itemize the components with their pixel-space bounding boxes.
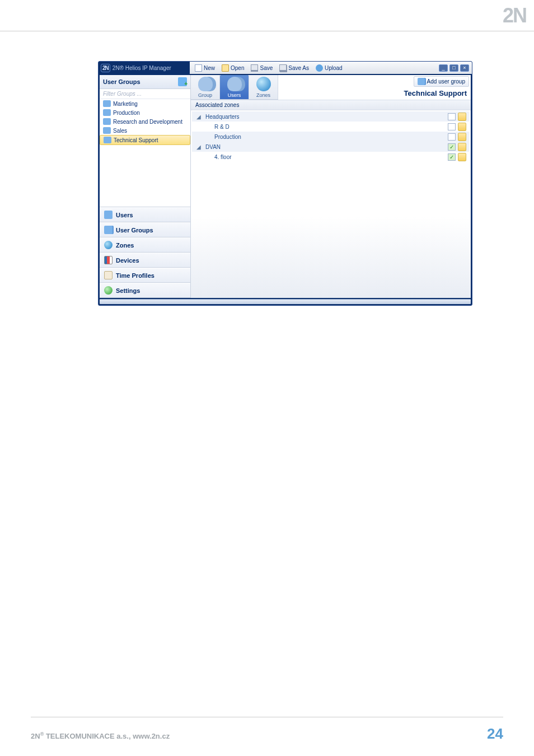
toolbar: New Open Save Save As Upload _ □ × <box>190 62 472 74</box>
content-body <box>191 163 471 298</box>
app-window: 2N 2N® Helios IP Manager New Open Save S… <box>98 61 472 306</box>
app-title-area: 2N 2N® Helios IP Manager <box>99 62 190 74</box>
edit-icon[interactable] <box>458 143 466 151</box>
sidebar-item-marketing[interactable]: Marketing <box>100 99 190 108</box>
zone-checkbox[interactable] <box>448 143 456 151</box>
zone-checkbox[interactable] <box>448 153 456 161</box>
zone-row-headquarters[interactable]: ◢ Headquarters <box>192 111 470 122</box>
nav-user-groups[interactable]: User Groups <box>100 222 190 237</box>
zone-row-dvan[interactable]: ◢ DVAN <box>192 142 470 152</box>
sidebar-item-sales[interactable]: Sales <box>100 126 190 135</box>
edit-icon[interactable] <box>458 133 466 141</box>
app-logo-icon: 2N <box>101 64 110 72</box>
settings-icon <box>104 286 113 295</box>
add-user-group-button[interactable]: Add user group <box>414 76 469 87</box>
tab-users[interactable]: Users <box>220 75 249 99</box>
group-tree: Marketing Production Research and Develo… <box>100 99 190 207</box>
folder-open-icon <box>222 64 229 72</box>
selected-group-title: Technical Support <box>400 89 469 97</box>
zone-list: ◢ Headquarters R & D Production <box>191 110 471 163</box>
open-button[interactable]: Open <box>220 64 246 72</box>
expand-caret-icon[interactable]: ◢ <box>196 114 202 120</box>
associated-zones-header: Associated zones <box>191 100 471 110</box>
upload-icon <box>316 64 323 72</box>
filter-groups-input[interactable]: Filter Groups ... <box>100 89 190 99</box>
sidebar-item-research-and-development[interactable]: Research and Development <box>100 117 190 126</box>
nav-users[interactable]: Users <box>100 207 190 222</box>
upload-button[interactable]: Upload <box>314 64 344 72</box>
nav-settings[interactable]: Settings <box>100 283 190 298</box>
floppy-save-icon <box>251 64 258 72</box>
content-area: Group Users Zones Add user group Technic… <box>191 75 471 298</box>
saveas-button[interactable]: Save As <box>278 64 311 72</box>
tab-group[interactable]: Group <box>191 75 220 99</box>
brand-logo: 2N <box>503 4 526 27</box>
zone-row-rd[interactable]: R & D <box>192 122 470 132</box>
minimize-button[interactable]: _ <box>439 64 448 72</box>
nav-sections: Users User Groups Zones Devices Time Pro… <box>100 207 190 298</box>
zones-icon <box>104 241 113 249</box>
edit-icon[interactable] <box>458 113 466 121</box>
user-icon <box>104 211 113 219</box>
users-large-icon <box>227 77 242 91</box>
devices-icon <box>104 256 113 264</box>
zone-checkbox[interactable] <box>448 123 456 130</box>
calendar-icon <box>104 271 113 279</box>
group-icon <box>103 109 111 116</box>
page-footer: 2N® TELEKOMUNIKACE a.s., www.2n.cz 24 <box>31 717 503 743</box>
edit-icon[interactable] <box>458 153 466 161</box>
new-file-icon <box>195 64 202 72</box>
status-bar <box>100 299 471 304</box>
zone-checkbox[interactable] <box>448 133 456 141</box>
edit-icon[interactable] <box>458 123 466 131</box>
group-icon <box>104 137 111 143</box>
group-icon <box>103 118 111 125</box>
save-button[interactable]: Save <box>249 64 274 72</box>
floppy-saveas-icon <box>279 64 287 72</box>
nav-time-profiles[interactable]: Time Profiles <box>100 268 190 283</box>
zone-checkbox[interactable] <box>448 113 456 120</box>
group-icon <box>103 100 111 107</box>
title-bar: 2N 2N® Helios IP Manager New Open Save S… <box>99 62 472 74</box>
window-controls: _ □ × <box>439 64 472 72</box>
content-tabs: Group Users Zones <box>191 75 278 100</box>
add-user-group-icon <box>418 78 425 85</box>
zones-large-icon <box>256 77 271 91</box>
maximize-button[interactable]: □ <box>449 64 458 72</box>
page-header: 2N <box>0 0 534 31</box>
page-number: 24 <box>487 725 503 743</box>
tab-zones[interactable]: Zones <box>249 75 278 99</box>
group-large-icon <box>198 77 213 91</box>
group-icon <box>103 127 111 134</box>
sidebar-item-technical-support[interactable]: Technical Support <box>100 135 190 145</box>
nav-devices[interactable]: Devices <box>100 253 190 268</box>
zone-row-4floor[interactable]: 4. floor <box>192 152 470 162</box>
zone-row-production[interactable]: Production <box>192 132 470 142</box>
sidebar: User Groups Filter Groups ... Marketing … <box>100 75 191 298</box>
sidebar-panel-title: User Groups <box>103 78 140 85</box>
add-group-icon[interactable] <box>178 77 187 86</box>
user-groups-icon <box>104 226 113 234</box>
nav-zones[interactable]: Zones <box>100 237 190 253</box>
new-button[interactable]: New <box>193 64 217 72</box>
sidebar-panel-header: User Groups <box>100 75 190 89</box>
app-title: 2N® Helios IP Manager <box>113 65 171 71</box>
close-button[interactable]: × <box>460 64 469 72</box>
footer-text: 2N® TELEKOMUNIKACE a.s., www.2n.cz <box>31 731 170 740</box>
expand-caret-icon[interactable]: ◢ <box>196 144 202 150</box>
sidebar-item-production[interactable]: Production <box>100 108 190 117</box>
